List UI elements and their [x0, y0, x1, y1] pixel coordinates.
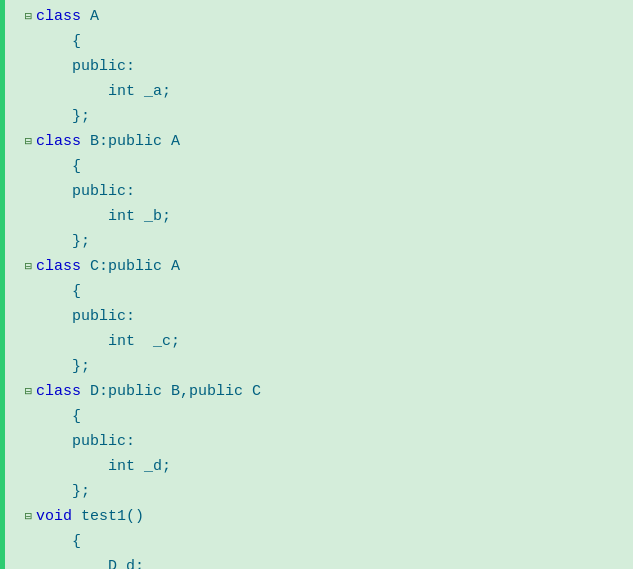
- line-content: public:: [36, 58, 135, 75]
- line-content: int _c;: [36, 333, 180, 350]
- code-line: };: [0, 354, 633, 379]
- line-content: };: [36, 358, 90, 375]
- token-var: _d;: [144, 458, 171, 475]
- line-gutter: ⊟: [0, 134, 36, 149]
- token-kw-void: void: [36, 508, 81, 525]
- token-kw-class: class: [36, 383, 90, 400]
- token-class-name: B:public A: [90, 133, 180, 150]
- token-class-name: D:public B,public C: [90, 383, 261, 400]
- line-content: {: [36, 408, 81, 425]
- code-line: public:: [0, 304, 633, 329]
- token-kw-int: int: [108, 208, 144, 225]
- token-punct: };: [72, 108, 90, 125]
- line-content: class A: [36, 8, 99, 25]
- line-content: };: [36, 108, 90, 125]
- code-line: int _a;: [0, 79, 633, 104]
- code-line: D d;: [0, 554, 633, 569]
- line-content: int _a;: [36, 83, 171, 100]
- code-editor: ⊟class A { public: int _a; };⊟class B:pu…: [0, 0, 633, 569]
- code-line: {: [0, 404, 633, 429]
- code-line: };: [0, 104, 633, 129]
- line-content: {: [36, 283, 81, 300]
- token-kw-class: class: [36, 258, 90, 275]
- line-content: public:: [36, 183, 135, 200]
- token-kw-public: public:: [72, 58, 135, 75]
- line-content: D d;: [36, 558, 144, 569]
- token-class-name: C:public A: [90, 258, 180, 275]
- fold-icon[interactable]: ⊟: [25, 134, 32, 149]
- code-line: ⊟void test1(): [0, 504, 633, 529]
- token-kw-public: public:: [72, 183, 135, 200]
- line-content: class C:public A: [36, 258, 180, 275]
- code-line: int _b;: [0, 204, 633, 229]
- token-kw-public: public:: [72, 433, 135, 450]
- fold-icon[interactable]: ⊟: [25, 384, 32, 399]
- token-kw-int: int: [108, 333, 144, 350]
- line-content: {: [36, 158, 81, 175]
- code-line: ⊟class D:public B,public C: [0, 379, 633, 404]
- token-var: D d;: [108, 558, 144, 569]
- line-content: };: [36, 233, 90, 250]
- line-content: class B:public A: [36, 133, 180, 150]
- line-content: int _d;: [36, 458, 171, 475]
- token-punct: };: [72, 358, 90, 375]
- token-punct: {: [72, 33, 81, 50]
- token-punct: {: [72, 533, 81, 550]
- code-line: };: [0, 229, 633, 254]
- line-content: void test1(): [36, 508, 144, 525]
- line-gutter: ⊟: [0, 384, 36, 399]
- line-gutter: ⊟: [0, 9, 36, 24]
- fold-icon[interactable]: ⊟: [25, 509, 32, 524]
- token-punct: };: [72, 233, 90, 250]
- line-gutter: ⊟: [0, 509, 36, 524]
- code-line: public:: [0, 179, 633, 204]
- line-content: };: [36, 483, 90, 500]
- code-line: int _c;: [0, 329, 633, 354]
- token-var: _b;: [144, 208, 171, 225]
- code-line: ⊟class C:public A: [0, 254, 633, 279]
- code-line: {: [0, 529, 633, 554]
- line-gutter: ⊟: [0, 259, 36, 274]
- token-punct: };: [72, 483, 90, 500]
- line-content: {: [36, 33, 81, 50]
- line-content: {: [36, 533, 81, 550]
- token-kw-class: class: [36, 133, 90, 150]
- code-line: {: [0, 279, 633, 304]
- token-class-name: test1(): [81, 508, 144, 525]
- token-kw-int: int: [108, 83, 144, 100]
- code-line: public:: [0, 429, 633, 454]
- code-line: ⊟class B:public A: [0, 129, 633, 154]
- line-content: public:: [36, 433, 135, 450]
- fold-icon[interactable]: ⊟: [25, 9, 32, 24]
- token-punct: {: [72, 283, 81, 300]
- line-content: public:: [36, 308, 135, 325]
- fold-icon[interactable]: ⊟: [25, 259, 32, 274]
- token-class-name: A: [90, 8, 99, 25]
- code-line: ⊟class A: [0, 4, 633, 29]
- token-kw-public: public:: [72, 308, 135, 325]
- token-kw-class: class: [36, 8, 90, 25]
- line-content: class D:public B,public C: [36, 383, 261, 400]
- token-punct: {: [72, 158, 81, 175]
- code-line: public:: [0, 54, 633, 79]
- token-punct: {: [72, 408, 81, 425]
- token-var: _c;: [144, 333, 180, 350]
- code-line: int _d;: [0, 454, 633, 479]
- code-line: };: [0, 479, 633, 504]
- code-line: {: [0, 154, 633, 179]
- line-content: int _b;: [36, 208, 171, 225]
- token-kw-int: int: [108, 458, 144, 475]
- code-line: {: [0, 29, 633, 54]
- token-var: _a;: [144, 83, 171, 100]
